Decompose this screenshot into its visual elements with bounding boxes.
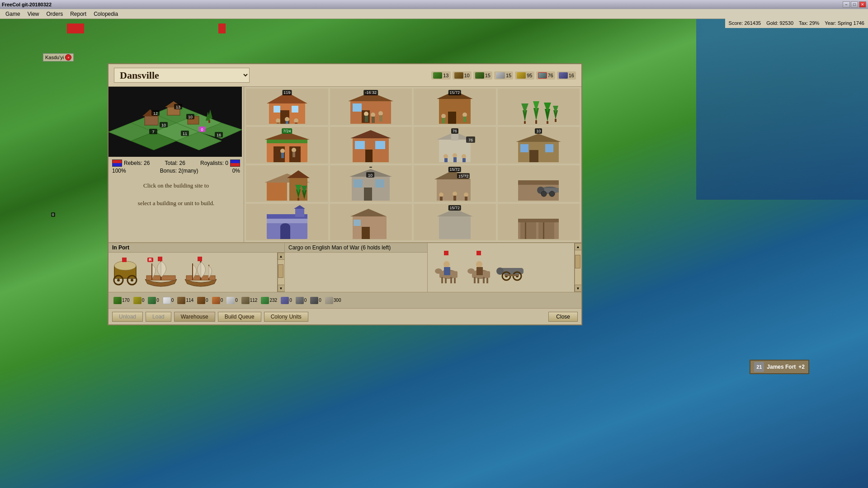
menu-report[interactable]: Report xyxy=(66,10,90,18)
royal-flag xyxy=(230,160,240,167)
svg-rect-154 xyxy=(538,222,554,239)
colony-stats: Rebels: 26 Total: 26 Royalists: 0 100% B… xyxy=(108,157,244,178)
colony-name-dropdown[interactable]: Dansville xyxy=(114,68,250,83)
svg-point-127 xyxy=(464,192,468,197)
svg-rect-156 xyxy=(543,222,544,239)
building-trade-post[interactable] xyxy=(498,165,580,202)
good-tobacco: 0 xyxy=(146,296,160,305)
building-badge-stable: 7/24 xyxy=(282,128,292,134)
svg-point-162 xyxy=(131,279,133,282)
menu-orders[interactable]: Orders xyxy=(42,10,66,18)
wagon-unit[interactable] xyxy=(112,258,139,287)
scroll-up-btn[interactable]: ▲ xyxy=(278,253,285,260)
unload-button[interactable]: Unload xyxy=(112,312,143,322)
building-empty2[interactable] xyxy=(498,204,580,240)
ship-2[interactable] xyxy=(183,257,219,288)
building-armory[interactable]: 10 xyxy=(330,165,412,202)
building-church[interactable]: 76 76 xyxy=(414,127,496,164)
close-button[interactable]: Close xyxy=(548,312,578,322)
svg-rect-63 xyxy=(524,121,526,124)
cu-scroll-thumb[interactable] xyxy=(575,255,580,268)
window-controls[interactable]: − □ ✕ xyxy=(843,1,866,8)
svg-point-98 xyxy=(462,154,466,159)
building-forest[interactable] xyxy=(498,89,580,125)
svg-rect-102 xyxy=(529,150,538,162)
building-dock[interactable] xyxy=(246,204,328,240)
minimize-button[interactable]: − xyxy=(843,1,850,8)
svg-rect-124 xyxy=(440,197,443,201)
menu-colopedia[interactable]: Colopedia xyxy=(90,10,122,18)
ship1-badge: R xyxy=(147,258,153,262)
svg-point-125 xyxy=(453,192,457,196)
svg-point-80 xyxy=(292,148,296,152)
dialog-header: Dansville 13 10 15 15 95 xyxy=(108,64,581,87)
colony-label-kasduyi[interactable]: Kasdu'yi + xyxy=(43,53,74,61)
in-port-content: R xyxy=(108,253,277,292)
scroll-down-btn[interactable]: ▼ xyxy=(278,285,285,292)
fort-name: James Fort xyxy=(767,364,796,370)
cav1-flag xyxy=(444,251,448,255)
cu-scroll-down[interactable]: ▼ xyxy=(575,285,582,292)
colony-units-button[interactable]: Colony Units xyxy=(264,312,308,322)
building-warehouse-cell[interactable]: 10 xyxy=(498,127,580,164)
svg-rect-181 xyxy=(474,277,476,283)
cavalry-unit-2[interactable] xyxy=(464,251,495,285)
building-town-hall[interactable]: 119 xyxy=(246,89,328,125)
score-text: Score: 261435 xyxy=(729,20,761,26)
svg-rect-37 xyxy=(292,106,298,113)
cavalry-unit-1[interactable] xyxy=(431,251,462,285)
svg-rect-148 xyxy=(354,220,361,226)
svg-rect-117 xyxy=(354,179,363,188)
build-queue-button[interactable]: Build Queue xyxy=(218,312,261,322)
menu-view[interactable]: View xyxy=(24,10,43,18)
svg-rect-183 xyxy=(483,277,485,283)
building-farm[interactable] xyxy=(246,165,328,202)
title-bar: FreeCol git-20180322 − □ ✕ xyxy=(0,0,868,9)
ship-1[interactable]: R xyxy=(143,257,179,288)
unknown-good-icon xyxy=(325,297,333,304)
tools-good-val: 0 xyxy=(304,298,307,303)
colony-map[interactable]: 12 13 10 7 10 11 0 16 xyxy=(108,87,242,157)
buildings-panel: 119 xyxy=(244,87,581,242)
colony-name-label: Kasdu'yi xyxy=(45,55,64,60)
close-window-button[interactable]: ✕ xyxy=(859,1,866,8)
svg-rect-16 xyxy=(208,120,210,123)
maximize-button[interactable]: □ xyxy=(851,1,858,8)
load-button[interactable]: Load xyxy=(146,312,171,322)
building-stable[interactable]: 7/24 xyxy=(246,127,328,164)
cu-scroll-up[interactable]: ▲ xyxy=(575,243,582,250)
svg-rect-39 xyxy=(277,122,279,124)
building-mill2[interactable] xyxy=(330,204,412,240)
ship1-flag xyxy=(158,257,162,261)
ship2-flag xyxy=(198,257,202,261)
svg-rect-155 xyxy=(525,222,526,239)
svg-rect-60 xyxy=(463,117,466,122)
building-badge-watermill: 15/72 xyxy=(448,167,461,172)
colony-dialog: Dansville 13 10 15 15 95 xyxy=(108,63,582,325)
cargo-content[interactable] xyxy=(285,253,427,292)
warehouse-button[interactable]: Warehouse xyxy=(174,312,215,322)
cargo-panel: Cargo on English Man of War (6 holds lef… xyxy=(285,243,428,292)
cannon-unit[interactable] xyxy=(496,251,527,285)
rebels-label: Rebels: 26 xyxy=(124,160,150,166)
colony-units-scrollbar[interactable]: ▲ ▼ xyxy=(574,243,581,292)
scroll-thumb[interactable] xyxy=(278,264,283,278)
total-stat: Total: 26 xyxy=(165,160,185,167)
resource-cross: 15 xyxy=(494,71,513,80)
good-guns: 0 xyxy=(309,296,323,305)
good-food: 170 xyxy=(112,296,131,305)
building-watermill[interactable]: 15/72 15/72 xyxy=(414,165,496,202)
menu-game[interactable]: Game xyxy=(2,10,24,18)
svg-rect-111 xyxy=(297,198,299,201)
good-ore: 0 xyxy=(211,296,225,305)
cargo-header: Cargo on English Man of War (6 holds lef… xyxy=(285,243,427,253)
year-text: Year: Spring 1746 xyxy=(825,20,864,26)
svg-rect-126 xyxy=(453,196,456,201)
building-carpenter[interactable] xyxy=(330,127,412,164)
rebel-pct: 100% xyxy=(112,168,126,174)
building-lumber-mill[interactable]: 15/72 xyxy=(414,89,496,125)
building-empty1[interactable]: 15/72 xyxy=(414,204,496,240)
svg-text:13: 13 xyxy=(176,105,180,109)
in-port-scrollbar[interactable]: ▲ ▼ xyxy=(277,253,284,292)
building-fur-trader[interactable]: -16:32 xyxy=(330,89,412,125)
